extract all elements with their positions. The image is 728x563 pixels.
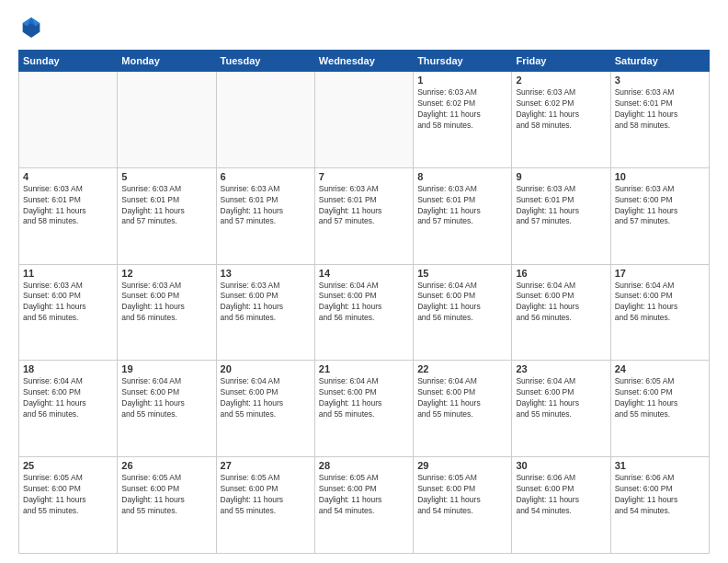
day-number: 16 — [516, 268, 606, 279]
day-number: 28 — [319, 460, 409, 471]
day-number: 3 — [615, 75, 705, 86]
day-number: 5 — [121, 171, 211, 182]
week-row-2: 4Sunrise: 6:03 AMSunset: 6:01 PMDaylight… — [19, 167, 710, 264]
weekday-header-tuesday: Tuesday — [216, 51, 314, 72]
day-cell: 28Sunrise: 6:05 AMSunset: 6:00 PMDayligh… — [314, 457, 413, 554]
day-number: 20 — [221, 363, 311, 374]
day-info: Sunrise: 6:05 AMSunset: 6:00 PMDaylight:… — [221, 473, 311, 517]
day-cell — [118, 72, 216, 168]
day-info: Sunrise: 6:03 AMSunset: 6:01 PMDaylight:… — [121, 184, 211, 228]
day-info: Sunrise: 6:03 AMSunset: 6:00 PMDaylight:… — [23, 281, 113, 325]
day-number: 15 — [417, 268, 507, 279]
day-info: Sunrise: 6:04 AMSunset: 6:00 PMDaylight:… — [417, 281, 507, 325]
day-number: 19 — [121, 363, 211, 374]
day-number: 11 — [23, 268, 113, 279]
day-info: Sunrise: 6:03 AMSunset: 6:01 PMDaylight:… — [319, 184, 409, 228]
day-info: Sunrise: 6:03 AMSunset: 6:01 PMDaylight:… — [615, 87, 705, 132]
day-info: Sunrise: 6:04 AMSunset: 6:00 PMDaylight:… — [23, 376, 113, 420]
day-cell: 3Sunrise: 6:03 AMSunset: 6:01 PMDaylight… — [610, 72, 709, 168]
day-cell — [314, 72, 413, 168]
day-number: 17 — [615, 268, 705, 279]
day-cell: 24Sunrise: 6:05 AMSunset: 6:00 PMDayligh… — [610, 361, 709, 457]
day-cell: 5Sunrise: 6:03 AMSunset: 6:01 PMDaylight… — [118, 167, 216, 264]
day-info: Sunrise: 6:06 AMSunset: 6:00 PMDaylight:… — [516, 473, 606, 517]
day-cell: 4Sunrise: 6:03 AMSunset: 6:01 PMDaylight… — [19, 167, 118, 264]
day-cell: 18Sunrise: 6:04 AMSunset: 6:00 PMDayligh… — [19, 361, 118, 457]
day-number: 27 — [221, 460, 311, 471]
day-info: Sunrise: 6:04 AMSunset: 6:00 PMDaylight:… — [319, 281, 409, 325]
calendar-table: SundayMondayTuesdayWednesdayThursdayFrid… — [18, 50, 710, 554]
week-row-5: 25Sunrise: 6:05 AMSunset: 6:00 PMDayligh… — [19, 457, 710, 554]
day-cell: 26Sunrise: 6:05 AMSunset: 6:00 PMDayligh… — [118, 457, 216, 554]
day-cell — [216, 72, 314, 168]
day-info: Sunrise: 6:05 AMSunset: 6:00 PMDaylight:… — [615, 376, 705, 420]
day-number: 10 — [615, 171, 705, 182]
day-cell: 2Sunrise: 6:03 AMSunset: 6:02 PMDaylight… — [512, 72, 610, 168]
day-number: 25 — [23, 460, 113, 471]
weekday-header-thursday: Thursday — [414, 51, 512, 72]
day-cell: 8Sunrise: 6:03 AMSunset: 6:01 PMDaylight… — [414, 167, 512, 264]
day-number: 6 — [221, 171, 311, 182]
day-cell: 21Sunrise: 6:04 AMSunset: 6:00 PMDayligh… — [314, 361, 413, 457]
day-info: Sunrise: 6:04 AMSunset: 6:00 PMDaylight:… — [319, 376, 409, 420]
day-info: Sunrise: 6:03 AMSunset: 6:00 PMDaylight:… — [615, 184, 705, 228]
day-info: Sunrise: 6:03 AMSunset: 6:02 PMDaylight:… — [417, 87, 507, 132]
day-cell: 27Sunrise: 6:05 AMSunset: 6:00 PMDayligh… — [216, 457, 314, 554]
day-number: 24 — [615, 363, 705, 374]
day-info: Sunrise: 6:05 AMSunset: 6:00 PMDaylight:… — [319, 473, 409, 517]
day-cell: 23Sunrise: 6:04 AMSunset: 6:00 PMDayligh… — [512, 361, 610, 457]
day-info: Sunrise: 6:05 AMSunset: 6:00 PMDaylight:… — [417, 473, 507, 517]
day-info: Sunrise: 6:05 AMSunset: 6:00 PMDaylight:… — [121, 473, 211, 517]
day-info: Sunrise: 6:04 AMSunset: 6:00 PMDaylight:… — [615, 281, 705, 325]
day-info: Sunrise: 6:06 AMSunset: 6:00 PMDaylight:… — [615, 473, 705, 517]
day-cell: 29Sunrise: 6:05 AMSunset: 6:00 PMDayligh… — [414, 457, 512, 554]
week-row-1: 1Sunrise: 6:03 AMSunset: 6:02 PMDaylight… — [19, 72, 710, 168]
day-number: 18 — [23, 363, 113, 374]
page: SundayMondayTuesdayWednesdayThursdayFrid… — [0, 0, 728, 563]
day-info: Sunrise: 6:03 AMSunset: 6:00 PMDaylight:… — [121, 281, 211, 325]
header — [18, 15, 710, 40]
day-cell: 16Sunrise: 6:04 AMSunset: 6:00 PMDayligh… — [512, 264, 610, 361]
logo-icon — [18, 15, 44, 40]
day-info: Sunrise: 6:03 AMSunset: 6:01 PMDaylight:… — [417, 184, 507, 228]
week-row-4: 18Sunrise: 6:04 AMSunset: 6:00 PMDayligh… — [19, 361, 710, 457]
day-number: 26 — [121, 460, 211, 471]
weekday-header-sunday: Sunday — [19, 51, 118, 72]
day-number: 29 — [417, 460, 507, 471]
day-number: 13 — [221, 268, 311, 279]
weekday-header-friday: Friday — [512, 51, 610, 72]
day-number: 1 — [417, 75, 507, 86]
weekday-header-wednesday: Wednesday — [314, 51, 413, 72]
day-cell: 9Sunrise: 6:03 AMSunset: 6:01 PMDaylight… — [512, 167, 610, 264]
day-cell: 1Sunrise: 6:03 AMSunset: 6:02 PMDaylight… — [414, 72, 512, 168]
day-number: 8 — [417, 171, 507, 182]
day-number: 9 — [516, 171, 606, 182]
day-number: 23 — [516, 363, 606, 374]
day-cell: 31Sunrise: 6:06 AMSunset: 6:00 PMDayligh… — [610, 457, 709, 554]
day-number: 12 — [121, 268, 211, 279]
day-cell: 30Sunrise: 6:06 AMSunset: 6:00 PMDayligh… — [512, 457, 610, 554]
day-number: 4 — [23, 171, 113, 182]
day-cell: 7Sunrise: 6:03 AMSunset: 6:01 PMDaylight… — [314, 167, 413, 264]
day-info: Sunrise: 6:03 AMSunset: 6:01 PMDaylight:… — [23, 184, 113, 228]
day-number: 2 — [516, 75, 606, 86]
day-info: Sunrise: 6:04 AMSunset: 6:00 PMDaylight:… — [221, 376, 311, 420]
day-cell — [19, 72, 118, 168]
day-info: Sunrise: 6:04 AMSunset: 6:00 PMDaylight:… — [516, 281, 606, 325]
week-row-3: 11Sunrise: 6:03 AMSunset: 6:00 PMDayligh… — [19, 264, 710, 361]
weekday-header-row: SundayMondayTuesdayWednesdayThursdayFrid… — [19, 51, 710, 72]
day-cell: 17Sunrise: 6:04 AMSunset: 6:00 PMDayligh… — [610, 264, 709, 361]
day-cell: 12Sunrise: 6:03 AMSunset: 6:00 PMDayligh… — [118, 264, 216, 361]
day-cell: 13Sunrise: 6:03 AMSunset: 6:00 PMDayligh… — [216, 264, 314, 361]
day-info: Sunrise: 6:03 AMSunset: 6:02 PMDaylight:… — [516, 87, 606, 132]
day-info: Sunrise: 6:05 AMSunset: 6:00 PMDaylight:… — [23, 473, 113, 517]
day-cell: 10Sunrise: 6:03 AMSunset: 6:00 PMDayligh… — [610, 167, 709, 264]
day-info: Sunrise: 6:03 AMSunset: 6:00 PMDaylight:… — [221, 281, 311, 325]
weekday-header-saturday: Saturday — [610, 51, 709, 72]
day-info: Sunrise: 6:04 AMSunset: 6:00 PMDaylight:… — [121, 376, 211, 420]
day-cell: 20Sunrise: 6:04 AMSunset: 6:00 PMDayligh… — [216, 361, 314, 457]
day-cell: 6Sunrise: 6:03 AMSunset: 6:01 PMDaylight… — [216, 167, 314, 264]
day-info: Sunrise: 6:04 AMSunset: 6:00 PMDaylight:… — [417, 376, 507, 420]
day-info: Sunrise: 6:04 AMSunset: 6:00 PMDaylight:… — [516, 376, 606, 420]
day-number: 31 — [615, 460, 705, 471]
